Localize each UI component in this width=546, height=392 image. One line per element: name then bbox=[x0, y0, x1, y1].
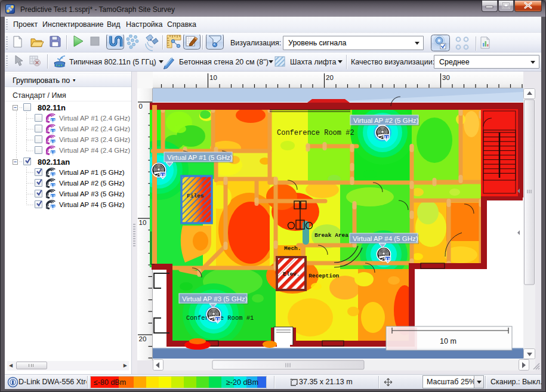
svg-text:0: 0 bbox=[139, 103, 143, 110]
svg-text:Elev.: Elev. bbox=[283, 271, 300, 277]
svg-text:Reception: Reception bbox=[309, 273, 340, 279]
svg-text:30: 30 bbox=[442, 74, 450, 81]
svg-text:≤-80 dBm: ≤-80 dBm bbox=[94, 378, 126, 387]
svg-text:10: 10 bbox=[209, 74, 217, 81]
svg-text:Virtual AP #2 (5 GHz): Virtual AP #2 (5 GHz) bbox=[353, 117, 419, 124]
svg-text:10 m: 10 m bbox=[440, 337, 456, 345]
svg-text:Virtual AP #4 (5 GHz): Virtual AP #4 (5 GHz) bbox=[353, 235, 418, 242]
svg-text:Break Area: Break Area bbox=[314, 232, 348, 239]
svg-text:20: 20 bbox=[326, 74, 334, 81]
svg-text:Conference Room #2: Conference Room #2 bbox=[277, 129, 354, 137]
svg-text:Virtual AP #3 (5 GHz): Virtual AP #3 (5 GHz) bbox=[182, 295, 248, 303]
svg-text:Virtual AP #1 (5 GHz): Virtual AP #1 (5 GHz) bbox=[167, 154, 233, 161]
svg-text:10: 10 bbox=[139, 219, 147, 226]
svg-text:≥-20 dBm: ≥-20 dBm bbox=[226, 378, 258, 387]
svg-text:Files: Files bbox=[187, 193, 204, 199]
svg-text:Mech.: Mech. bbox=[284, 245, 301, 252]
svg-text:20: 20 bbox=[139, 335, 147, 342]
